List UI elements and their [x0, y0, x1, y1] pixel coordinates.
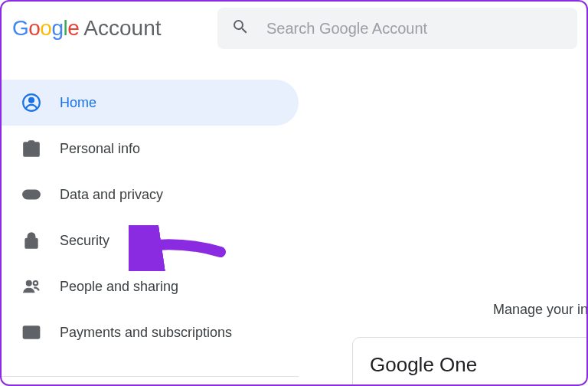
sidebar-item-label: Data and privacy [60, 187, 163, 203]
svg-point-10 [30, 242, 32, 244]
card-title: Google One [370, 353, 580, 377]
svg-point-11 [26, 280, 31, 286]
sidebar-item-label: Payments and subscriptions [60, 325, 232, 341]
google-wordmark: Google [12, 16, 79, 41]
lock-icon [21, 231, 41, 250]
sidebar-item-label: Home [60, 95, 96, 111]
svg-point-4 [27, 147, 30, 150]
sidebar-item-security[interactable]: Security [2, 218, 299, 263]
svg-rect-13 [24, 326, 40, 338]
svg-point-1 [29, 97, 34, 103]
main-content: Manage your in Google One [299, 55, 586, 384]
search-input[interactable] [266, 20, 564, 38]
sidebar-item-people-sharing[interactable]: People and sharing [2, 263, 299, 309]
sidebar-divider [2, 376, 299, 377]
svg-rect-3 [29, 141, 34, 144]
sidebar-item-personal-info[interactable]: Personal info [2, 126, 299, 172]
logo[interactable]: Google Account [12, 16, 162, 41]
sidebar-item-label: Security [60, 233, 109, 249]
sidebar-item-payments[interactable]: Payments and subscriptions [2, 309, 299, 355]
sidebar-item-home[interactable]: Home [2, 80, 299, 126]
id-card-icon [21, 139, 41, 159]
search-icon [231, 18, 250, 39]
toggle-icon [21, 185, 41, 204]
manage-text: Manage your in [493, 302, 588, 318]
search-box[interactable] [217, 8, 577, 49]
card-icon [21, 322, 41, 342]
svg-point-12 [34, 281, 38, 285]
people-icon [21, 276, 41, 296]
sidebar-item-data-privacy[interactable]: Data and privacy [2, 172, 299, 218]
sidebar-item-label: Personal info [60, 141, 140, 157]
header: Google Account [2, 2, 586, 55]
sidebar: Home Personal info Data and privacy Secu… [2, 55, 299, 384]
svg-point-8 [25, 192, 31, 198]
google-one-card[interactable]: Google One [352, 337, 588, 386]
home-icon [21, 93, 41, 113]
sidebar-item-label: People and sharing [60, 279, 178, 295]
account-word: Account [83, 16, 161, 41]
